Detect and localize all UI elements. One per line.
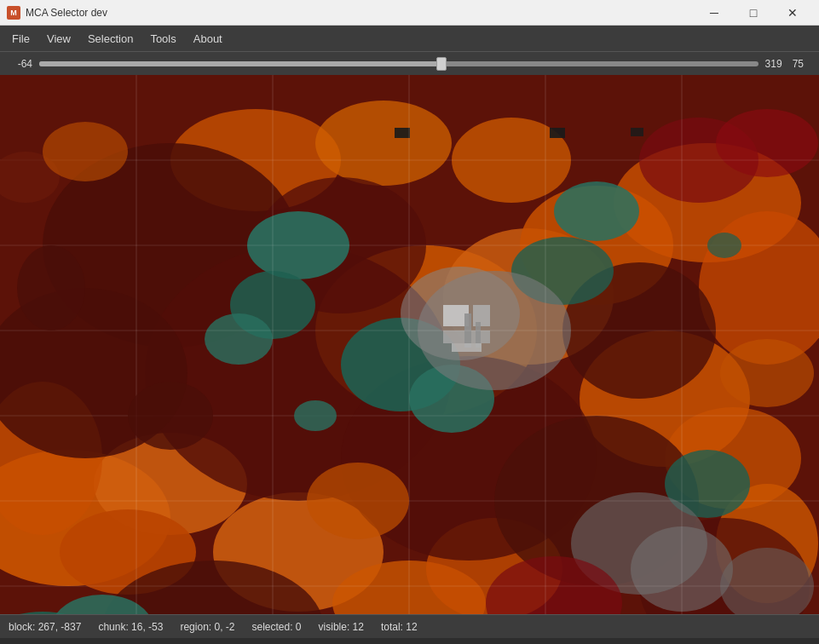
map-area[interactable]: [0, 75, 819, 614]
menu-about[interactable]: About: [185, 29, 231, 49]
slider-area: -64 319 75: [0, 58, 819, 70]
svg-rect-51: [452, 343, 482, 352]
app-title: MCA Selector dev: [26, 7, 107, 19]
menu-tools[interactable]: Tools: [141, 29, 184, 49]
close-button[interactable]: ✕: [773, 0, 812, 26]
svg-point-36: [554, 181, 639, 241]
slider-right-values: 319 75: [765, 58, 812, 70]
svg-point-30: [205, 313, 273, 365]
map-svg: [0, 75, 819, 614]
svg-rect-52: [395, 128, 410, 138]
status-selected: selected: 0: [252, 621, 319, 633]
status-total: total: 12: [381, 621, 435, 633]
svg-point-71: [17, 245, 85, 331]
svg-point-14: [315, 101, 452, 186]
menu-selection[interactable]: Selection: [79, 29, 141, 49]
statusbar: block: 267, -837 chunk: 16, -53 region: …: [0, 614, 819, 638]
window-controls: ─ □ ✕: [695, 0, 812, 26]
menu-view[interactable]: View: [38, 29, 79, 49]
menubar: File View Selection Tools About: [0, 26, 819, 51]
slider-thumb[interactable]: [436, 57, 447, 71]
svg-point-74: [707, 233, 741, 258]
slider-left-value: -64: [7, 58, 32, 70]
slider-track[interactable]: [39, 61, 758, 66]
svg-rect-53: [550, 128, 565, 138]
titlebar-left: M MCA Selector dev: [7, 6, 107, 20]
slider-value-x: 319: [765, 58, 782, 70]
app-icon: M: [7, 6, 20, 20]
slider-value-y: 75: [793, 58, 804, 70]
svg-point-67: [43, 122, 128, 181]
svg-rect-54: [631, 128, 643, 136]
toolbar: -64 319 75: [0, 51, 819, 75]
titlebar: M MCA Selector dev ─ □ ✕: [0, 0, 819, 26]
status-chunk: chunk: 16, -53: [98, 621, 180, 633]
app-icon-label: M: [10, 9, 17, 17]
svg-point-69: [307, 463, 409, 539]
status-visible: visible: 12: [319, 621, 381, 633]
svg-point-70: [128, 382, 213, 450]
slider-fill: [39, 61, 441, 66]
svg-point-73: [294, 400, 337, 431]
menu-file[interactable]: File: [3, 29, 38, 49]
maximize-button[interactable]: □: [734, 0, 773, 26]
svg-point-44: [716, 109, 818, 177]
minimize-button[interactable]: ─: [695, 0, 734, 26]
status-block: block: 267, -837: [9, 621, 98, 633]
status-region: region: 0, -2: [180, 621, 251, 633]
svg-point-68: [720, 339, 814, 407]
